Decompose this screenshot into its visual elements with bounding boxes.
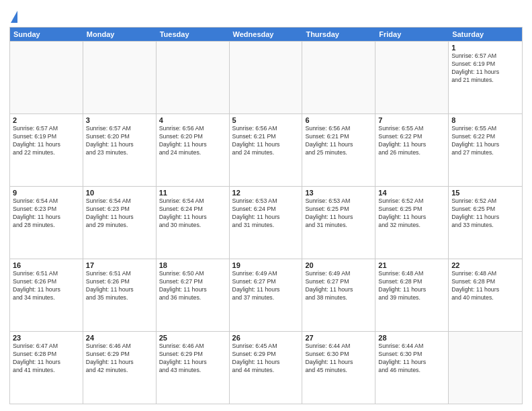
day-info: Sunrise: 6:53 AM Sunset: 6:25 PM Dayligh… <box>305 197 372 230</box>
calendar-cell-r0-c5 <box>375 42 449 113</box>
day-number: 27 <box>305 334 372 342</box>
day-info: Sunrise: 6:46 AM Sunset: 6:29 PM Dayligh… <box>86 342 153 375</box>
header-sunday: Sunday <box>10 28 83 41</box>
calendar-row-0: 1Sunrise: 6:57 AM Sunset: 6:19 PM Daylig… <box>10 41 522 113</box>
calendar-cell-r3-c1: 17Sunrise: 6:51 AM Sunset: 6:26 PM Dayli… <box>83 259 157 331</box>
calendar-cell-r4-c4: 27Sunrise: 6:44 AM Sunset: 6:30 PM Dayli… <box>302 332 375 404</box>
day-info: Sunrise: 6:54 AM Sunset: 6:24 PM Dayligh… <box>159 197 226 230</box>
day-info: Sunrise: 6:45 AM Sunset: 6:29 PM Dayligh… <box>232 342 300 375</box>
calendar-row-1: 2Sunrise: 6:57 AM Sunset: 6:19 PM Daylig… <box>10 113 522 186</box>
calendar: Sunday Monday Tuesday Wednesday Thursday… <box>9 27 523 404</box>
day-info: Sunrise: 6:46 AM Sunset: 6:29 PM Dayligh… <box>159 342 226 375</box>
logo-triangle-icon <box>11 11 17 23</box>
calendar-cell-r0-c0 <box>10 42 83 113</box>
header-saturday: Saturday <box>449 28 522 41</box>
calendar-cell-r1-c0: 2Sunrise: 6:57 AM Sunset: 6:19 PM Daylig… <box>10 114 83 186</box>
calendar-cell-r2-c0: 9Sunrise: 6:54 AM Sunset: 6:23 PM Daylig… <box>10 187 83 259</box>
day-info: Sunrise: 6:53 AM Sunset: 6:24 PM Dayligh… <box>232 197 300 230</box>
calendar-cell-r3-c2: 18Sunrise: 6:50 AM Sunset: 6:27 PM Dayli… <box>157 259 230 331</box>
calendar-cell-r3-c0: 16Sunrise: 6:51 AM Sunset: 6:26 PM Dayli… <box>10 259 83 331</box>
day-info: Sunrise: 6:52 AM Sunset: 6:25 PM Dayligh… <box>451 197 519 230</box>
day-number: 18 <box>159 261 226 269</box>
calendar-cell-r1-c4: 6Sunrise: 6:56 AM Sunset: 6:21 PM Daylig… <box>302 114 375 186</box>
day-number: 12 <box>232 189 300 197</box>
calendar-cell-r4-c6 <box>449 332 522 404</box>
day-info: Sunrise: 6:44 AM Sunset: 6:30 PM Dayligh… <box>378 342 445 375</box>
day-info: Sunrise: 6:48 AM Sunset: 6:28 PM Dayligh… <box>451 270 519 302</box>
calendar-cell-r2-c6: 15Sunrise: 6:52 AM Sunset: 6:25 PM Dayli… <box>449 187 522 259</box>
day-info: Sunrise: 6:49 AM Sunset: 6:27 PM Dayligh… <box>305 270 372 302</box>
calendar-cell-r4-c5: 28Sunrise: 6:44 AM Sunset: 6:30 PM Dayli… <box>375 332 449 404</box>
day-info: Sunrise: 6:56 AM Sunset: 6:20 PM Dayligh… <box>159 125 226 157</box>
day-number: 3 <box>86 116 153 124</box>
day-info: Sunrise: 6:57 AM Sunset: 6:20 PM Dayligh… <box>86 125 153 157</box>
header-tuesday: Tuesday <box>157 28 230 41</box>
calendar-cell-r3-c5: 21Sunrise: 6:48 AM Sunset: 6:28 PM Dayli… <box>375 259 449 331</box>
header-friday: Friday <box>375 28 449 41</box>
calendar-cell-r0-c2 <box>157 42 230 113</box>
calendar-header: Sunday Monday Tuesday Wednesday Thursday… <box>10 28 522 41</box>
logo <box>9 9 17 23</box>
header <box>9 7 523 23</box>
day-number: 4 <box>159 116 226 124</box>
calendar-cell-r2-c5: 14Sunrise: 6:52 AM Sunset: 6:25 PM Dayli… <box>375 187 449 259</box>
calendar-cell-r1-c6: 8Sunrise: 6:55 AM Sunset: 6:22 PM Daylig… <box>449 114 522 186</box>
day-info: Sunrise: 6:57 AM Sunset: 6:19 PM Dayligh… <box>13 125 80 157</box>
day-number: 26 <box>232 334 300 342</box>
calendar-row-2: 9Sunrise: 6:54 AM Sunset: 6:23 PM Daylig… <box>10 186 522 259</box>
day-info: Sunrise: 6:50 AM Sunset: 6:27 PM Dayligh… <box>159 270 226 302</box>
day-info: Sunrise: 6:51 AM Sunset: 6:26 PM Dayligh… <box>86 270 153 302</box>
day-number: 23 <box>13 334 80 342</box>
day-info: Sunrise: 6:47 AM Sunset: 6:28 PM Dayligh… <box>13 342 80 375</box>
day-number: 22 <box>451 261 519 269</box>
day-number: 5 <box>232 116 300 124</box>
day-number: 10 <box>86 189 153 197</box>
calendar-cell-r2-c3: 12Sunrise: 6:53 AM Sunset: 6:24 PM Dayli… <box>230 187 303 259</box>
day-number: 25 <box>159 334 226 342</box>
day-number: 15 <box>451 189 519 197</box>
day-number: 21 <box>378 261 445 269</box>
day-number: 19 <box>232 261 300 269</box>
calendar-row-4: 23Sunrise: 6:47 AM Sunset: 6:28 PM Dayli… <box>10 331 522 404</box>
day-info: Sunrise: 6:55 AM Sunset: 6:22 PM Dayligh… <box>378 125 445 157</box>
day-number: 7 <box>378 116 445 124</box>
calendar-cell-r1-c1: 3Sunrise: 6:57 AM Sunset: 6:20 PM Daylig… <box>83 114 157 186</box>
header-thursday: Thursday <box>302 28 375 41</box>
calendar-cell-r2-c4: 13Sunrise: 6:53 AM Sunset: 6:25 PM Dayli… <box>302 187 375 259</box>
day-number: 16 <box>13 261 80 269</box>
day-number: 8 <box>451 116 519 124</box>
calendar-cell-r0-c1 <box>83 42 157 113</box>
day-number: 11 <box>159 189 226 197</box>
day-number: 13 <box>305 189 372 197</box>
day-number: 9 <box>13 189 80 197</box>
calendar-cell-r1-c3: 5Sunrise: 6:56 AM Sunset: 6:21 PM Daylig… <box>230 114 303 186</box>
day-info: Sunrise: 6:57 AM Sunset: 6:19 PM Dayligh… <box>451 52 519 85</box>
day-info: Sunrise: 6:55 AM Sunset: 6:22 PM Dayligh… <box>451 125 519 157</box>
calendar-row-3: 16Sunrise: 6:51 AM Sunset: 6:26 PM Dayli… <box>10 259 522 331</box>
calendar-cell-r3-c3: 19Sunrise: 6:49 AM Sunset: 6:27 PM Dayli… <box>230 259 303 331</box>
calendar-cell-r1-c2: 4Sunrise: 6:56 AM Sunset: 6:20 PM Daylig… <box>157 114 230 186</box>
calendar-cell-r0-c4 <box>302 42 375 113</box>
day-info: Sunrise: 6:56 AM Sunset: 6:21 PM Dayligh… <box>232 125 300 157</box>
calendar-cell-r4-c0: 23Sunrise: 6:47 AM Sunset: 6:28 PM Dayli… <box>10 332 83 404</box>
day-number: 20 <box>305 261 372 269</box>
day-number: 1 <box>451 44 519 52</box>
calendar-cell-r0-c3 <box>230 42 303 113</box>
day-info: Sunrise: 6:44 AM Sunset: 6:30 PM Dayligh… <box>305 342 372 375</box>
day-info: Sunrise: 6:52 AM Sunset: 6:25 PM Dayligh… <box>378 197 445 230</box>
page: Sunday Monday Tuesday Wednesday Thursday… <box>0 0 532 411</box>
calendar-cell-r3-c6: 22Sunrise: 6:48 AM Sunset: 6:28 PM Dayli… <box>449 259 522 331</box>
calendar-cell-r4-c2: 25Sunrise: 6:46 AM Sunset: 6:29 PM Dayli… <box>157 332 230 404</box>
day-number: 6 <box>305 116 372 124</box>
calendar-cell-r2-c1: 10Sunrise: 6:54 AM Sunset: 6:23 PM Dayli… <box>83 187 157 259</box>
header-monday: Monday <box>83 28 157 41</box>
calendar-cell-r4-c1: 24Sunrise: 6:46 AM Sunset: 6:29 PM Dayli… <box>83 332 157 404</box>
day-number: 28 <box>378 334 445 342</box>
day-info: Sunrise: 6:54 AM Sunset: 6:23 PM Dayligh… <box>13 197 80 230</box>
day-number: 17 <box>86 261 153 269</box>
calendar-body: 1Sunrise: 6:57 AM Sunset: 6:19 PM Daylig… <box>10 41 522 404</box>
day-number: 24 <box>86 334 153 342</box>
calendar-cell-r1-c5: 7Sunrise: 6:55 AM Sunset: 6:22 PM Daylig… <box>375 114 449 186</box>
calendar-cell-r4-c3: 26Sunrise: 6:45 AM Sunset: 6:29 PM Dayli… <box>230 332 303 404</box>
day-number: 2 <box>13 116 80 124</box>
